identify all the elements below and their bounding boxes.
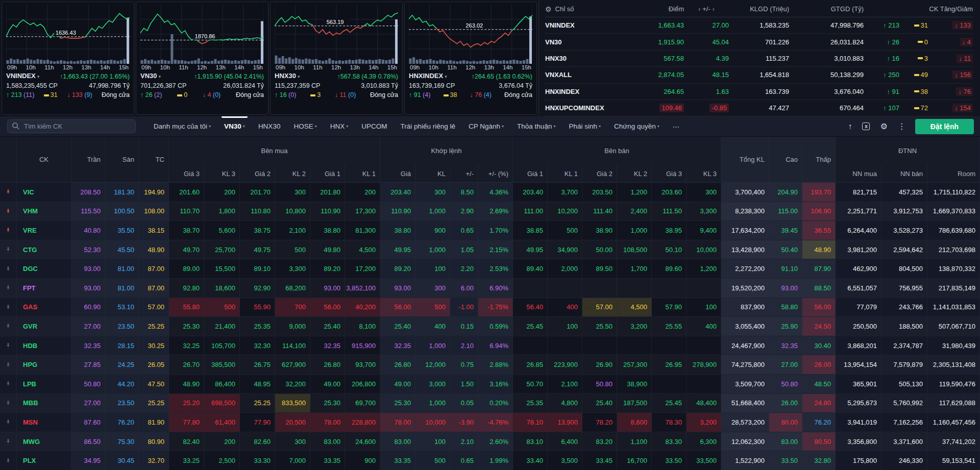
match-price[interactable]: 203.40: [380, 183, 415, 202]
match-price[interactable]: 56.00: [380, 298, 415, 317]
buy-price-1[interactable]: 89.20: [310, 259, 345, 279]
ticker-symbol[interactable]: LPB: [17, 375, 71, 394]
buy-price-2[interactable]: 55.90: [240, 298, 275, 317]
sell-price-2[interactable]: 89.50: [582, 259, 617, 279]
buy-price-1[interactable]: 49.80: [310, 240, 345, 260]
ticker-symbol[interactable]: FPT: [17, 279, 71, 298]
sell-price-3[interactable]: 89.60: [652, 259, 687, 279]
match-price[interactable]: 49.95: [380, 240, 415, 260]
buy-price-2[interactable]: 92.90: [240, 279, 275, 298]
buy-price-1[interactable]: 25.40: [310, 317, 345, 336]
buy-price-2[interactable]: 25.35: [240, 317, 275, 336]
sell-price-2[interactable]: 78.20: [582, 413, 617, 432]
buy-price-3[interactable]: 32.25: [169, 336, 204, 356]
index-name-VNINDEX[interactable]: VNINDEX▾: [6, 71, 39, 81]
tab-ch-ng-quy-n[interactable]: Chứng quyền▾: [607, 116, 666, 136]
pin-icon[interactable]: [0, 202, 17, 221]
index-name-HNX30[interactable]: HNX30▾: [275, 71, 300, 81]
sell-price-1[interactable]: [513, 336, 548, 356]
buy-price-1[interactable]: 110.90: [310, 202, 345, 221]
index-name[interactable]: HNXINDEX: [545, 87, 631, 96]
sell-price-1[interactable]: 25.45: [513, 317, 548, 336]
buy-price-2[interactable]: 26.75: [240, 355, 275, 375]
ticker-symbol[interactable]: VIC: [17, 183, 71, 202]
pin-icon[interactable]: [0, 375, 17, 394]
index-name[interactable]: VNINDEX: [545, 20, 631, 30]
ticker-symbol[interactable]: MBB: [17, 394, 71, 413]
sell-price-2[interactable]: 38.90: [582, 221, 617, 240]
buy-price-3[interactable]: 49.70: [169, 240, 204, 260]
ticker-symbol[interactable]: VHM: [17, 202, 71, 221]
sell-price-2[interactable]: 111.40: [582, 202, 617, 221]
tab-hnx30[interactable]: HNX30: [252, 116, 287, 136]
pin-icon[interactable]: [0, 394, 17, 413]
sell-price-1[interactable]: 203.40: [513, 183, 548, 202]
sell-price-3[interactable]: 25.55: [652, 317, 687, 336]
match-price[interactable]: 25.30: [380, 394, 415, 413]
buy-price-3[interactable]: 33.25: [169, 451, 204, 470]
tab-th-a-thu-n[interactable]: Thỏa thuận▾: [510, 116, 562, 136]
buy-price-2[interactable]: 38.75: [240, 221, 275, 240]
match-price[interactable]: 33.35: [380, 451, 415, 470]
match-price[interactable]: 89.20: [380, 259, 415, 279]
sell-price-1[interactable]: 38.85: [513, 221, 548, 240]
match-price[interactable]: 25.40: [380, 317, 415, 336]
sell-price-3[interactable]: 203.60: [652, 183, 687, 202]
sell-price-3[interactable]: 50.10: [652, 240, 687, 260]
buy-price-3[interactable]: 38.70: [169, 221, 204, 240]
sell-price-3[interactable]: 38.95: [652, 221, 687, 240]
sell-price-3[interactable]: 111.50: [652, 202, 687, 221]
match-price[interactable]: 93.00: [380, 279, 415, 298]
buy-price-2[interactable]: 48.95: [240, 375, 275, 394]
buy-price-2[interactable]: 201.70: [240, 183, 275, 202]
buy-price-2[interactable]: 77.90: [240, 413, 275, 432]
sell-price-1[interactable]: 49.95: [513, 240, 548, 260]
match-price[interactable]: 78.00: [380, 413, 415, 432]
ticker-symbol[interactable]: GAS: [17, 298, 71, 317]
sell-price-2[interactable]: 50.00: [582, 240, 617, 260]
buy-price-2[interactable]: 32.30: [240, 336, 275, 356]
sell-price-3[interactable]: 26.95: [652, 355, 687, 375]
sell-price-3[interactable]: [652, 336, 687, 356]
buy-price-3[interactable]: 110.70: [169, 202, 204, 221]
tab--[interactable]: ⋯: [666, 116, 687, 136]
index-name[interactable]: HNXUPCOMINDEX: [545, 103, 631, 113]
pin-icon[interactable]: [0, 432, 17, 452]
sell-price-2[interactable]: 83.20: [582, 432, 617, 452]
pin-icon[interactable]: [0, 259, 17, 279]
buy-price-1[interactable]: 32.35: [310, 336, 345, 356]
ticker-symbol[interactable]: MSN: [17, 413, 71, 432]
chevron-left-icon[interactable]: ‹: [696, 6, 702, 13]
buy-price-1[interactable]: 201.80: [310, 183, 345, 202]
buy-price-3[interactable]: 48.90: [169, 375, 204, 394]
buy-price-3[interactable]: 25.20: [169, 394, 204, 413]
buy-price-1[interactable]: 33.35: [310, 451, 345, 470]
buy-price-3[interactable]: 201.60: [169, 183, 204, 202]
pin-icon[interactable]: [0, 298, 17, 317]
pin-icon[interactable]: [0, 413, 17, 432]
buy-price-3[interactable]: 55.80: [169, 298, 204, 317]
buy-price-1[interactable]: 25.30: [310, 394, 345, 413]
match-price[interactable]: 49.00: [380, 375, 415, 394]
pin-icon[interactable]: [0, 451, 17, 470]
kebab-menu-icon[interactable]: ⋮: [898, 122, 906, 131]
index-name-HNXINDEX[interactable]: HNXINDEX▾: [409, 71, 447, 81]
sell-price-2[interactable]: 33.45: [582, 451, 617, 470]
tab-cp-ng-nh[interactable]: CP Ngành▾: [462, 116, 510, 136]
sell-price-2[interactable]: 25.50: [582, 317, 617, 336]
place-order-button[interactable]: Đặt lệnh: [915, 119, 974, 134]
sell-price-3[interactable]: [652, 279, 687, 298]
buy-price-1[interactable]: 83.00: [310, 432, 345, 452]
index-name[interactable]: VN30: [545, 37, 631, 47]
buy-price-3[interactable]: 26.70: [169, 355, 204, 375]
match-price[interactable]: 38.80: [380, 221, 415, 240]
sell-price-2[interactable]: [582, 336, 617, 356]
tab-tr-i-phi-u-ri-ng-l-[interactable]: Trái phiếu riêng lẻ: [394, 116, 462, 136]
ticker-symbol[interactable]: HDB: [17, 336, 71, 356]
ticker-symbol[interactable]: PLX: [17, 451, 71, 470]
pin-icon[interactable]: [0, 183, 17, 202]
buy-price-2[interactable]: 89.10: [240, 259, 275, 279]
ticker-symbol[interactable]: DGC: [17, 259, 71, 279]
sell-price-3[interactable]: 57.90: [652, 298, 687, 317]
match-price[interactable]: 83.00: [380, 432, 415, 452]
